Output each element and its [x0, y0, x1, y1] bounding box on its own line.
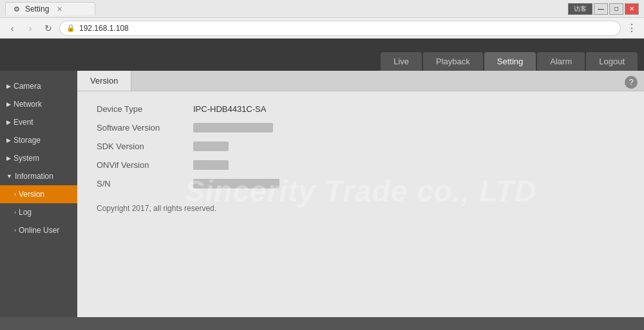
sidebar-item-camera[interactable]: ▶ Camera	[0, 77, 77, 95]
tab-setting[interactable]: Setting	[484, 52, 536, 71]
win-btn-minimize[interactable]: —	[594, 3, 608, 15]
value-software-version: ■■■■■■■■■■■■■■	[193, 123, 273, 133]
field-software-version: Software Version ■■■■■■■■■■■■■■	[97, 123, 625, 133]
tab-live[interactable]: Live	[381, 52, 422, 71]
label-sdk-version: SDK Version	[97, 142, 193, 151]
value-sn: ■■■■■■■■■■■■■■■■■	[193, 179, 279, 188]
address-bar[interactable]: 🔒 192.168.1.108	[59, 21, 621, 36]
sidebar-item-log[interactable]: › Log	[0, 203, 77, 221]
tab-playback[interactable]: Playback	[423, 52, 483, 71]
sidebar-item-event[interactable]: ▶ Event	[0, 113, 77, 131]
label-device-type: Device Type	[97, 104, 193, 114]
sidebar-item-network[interactable]: ▶ Network	[0, 95, 77, 113]
sidebar-item-system[interactable]: ▶ System	[0, 149, 77, 167]
tab-alarm[interactable]: Alarm	[537, 52, 585, 71]
reload-button[interactable]: ↻	[41, 21, 55, 35]
lock-icon: 🔒	[66, 24, 75, 32]
value-device-type: IPC-HDB4431C-SA	[193, 104, 266, 114]
sidebar-item-information[interactable]: ▼ Information	[0, 167, 77, 185]
top-nav-tabs: Live Playback Setting Alarm Logout	[381, 52, 638, 71]
back-button[interactable]: ‹	[5, 21, 19, 35]
help-icon[interactable]: ?	[625, 76, 638, 89]
win-btn-maximize[interactable]: □	[609, 3, 623, 15]
sidebar: ▶ Camera ▶ Network ▶ Event ▶ Storage ▶ S…	[0, 71, 77, 317]
menu-button[interactable]: ⋮	[625, 21, 639, 35]
tab-logout[interactable]: Logout	[586, 52, 638, 71]
win-btn-extra[interactable]: 访客	[568, 3, 592, 15]
sidebar-item-version[interactable]: › Version	[0, 185, 77, 203]
field-sn: S/N ■■■■■■■■■■■■■■■■■	[97, 179, 625, 188]
label-software-version: Software Version	[97, 123, 193, 133]
field-onvif-version: ONVif Version ■■■■■■■	[97, 160, 625, 170]
field-device-type: Device Type IPC-HDB4431C-SA	[97, 104, 625, 114]
browser-tab[interactable]: ⚙ Setting ✕	[5, 2, 95, 15]
value-onvif-version: ■■■■■■■	[193, 160, 229, 170]
label-onvif-version: ONVif Version	[97, 160, 193, 170]
address-text: 192.168.1.108	[79, 24, 129, 33]
label-sn: S/N	[97, 179, 193, 188]
copyright-text: Copyright 2017, all rights reserved.	[97, 204, 625, 213]
value-sdk-version: ■■■■■■■	[193, 142, 229, 151]
tab-favicon: ⚙	[14, 5, 20, 14]
win-btn-close[interactable]: ✕	[625, 3, 639, 15]
forward-button[interactable]: ›	[23, 21, 37, 35]
main-content: Version ? Device Type IPC-HDB4431C-SA So…	[77, 71, 644, 317]
content-tab-version[interactable]: Version	[77, 71, 131, 91]
sidebar-item-online-user[interactable]: › Online User	[0, 221, 77, 239]
field-sdk-version: SDK Version ■■■■■■■	[97, 142, 625, 151]
tab-close-icon[interactable]: ✕	[57, 5, 62, 14]
sidebar-item-storage[interactable]: ▶ Storage	[0, 131, 77, 149]
tab-title: Setting	[25, 5, 49, 14]
